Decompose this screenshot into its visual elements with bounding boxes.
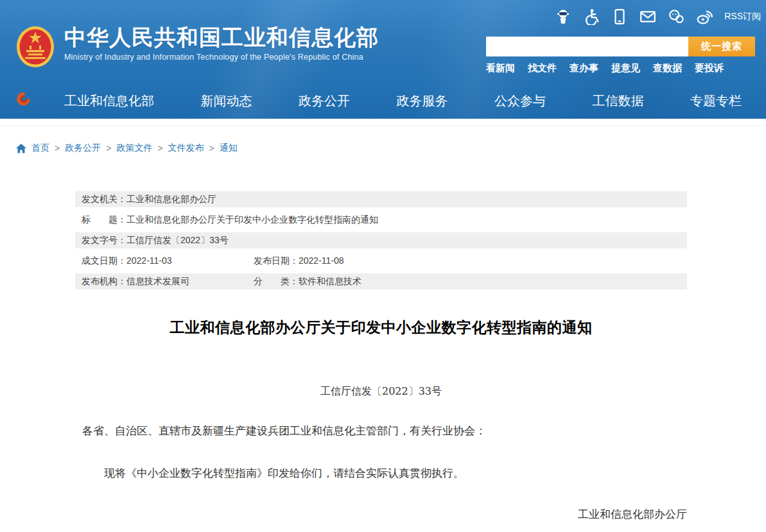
meta-value: 工信厅信发〔2022〕33号 xyxy=(126,232,229,248)
meta-value: 2022-11-08 xyxy=(299,253,344,269)
search-input[interactable] xyxy=(486,37,688,56)
quick-links: 看新闻 找文件 查办事 提意见 查数据 要投诉 xyxy=(486,62,755,74)
mail-icon[interactable] xyxy=(640,8,656,25)
breadcrumb-separator: > xyxy=(209,143,214,153)
breadcrumb-gov-open[interactable]: 政务公开 xyxy=(65,142,101,154)
meta-row-issuing-org: 发文机关： 工业和信息化部办公厅 xyxy=(75,191,687,207)
signature-org: 工业和信息化部办公厅 xyxy=(75,507,687,522)
rss-subscribe-link[interactable]: RSS订阅 xyxy=(724,11,761,22)
mascot-icon[interactable] xyxy=(555,8,571,25)
topbar: RSS订阅 xyxy=(555,8,761,25)
national-emblem-icon xyxy=(16,26,55,68)
nav-item-participation[interactable]: 公众参与 xyxy=(494,92,546,110)
document-number: 工信厅信发〔2022〕33号 xyxy=(75,385,687,399)
document-meta-table: 发文机关： 工业和信息化部办公厅 标 题： 工业和信息化部办公厅关于印发中小企业… xyxy=(75,191,687,289)
meta-pair: 发布日期： 2022-11-08 xyxy=(254,253,344,269)
unified-search-button[interactable]: 统一搜索 xyxy=(688,37,755,56)
brand-home-link[interactable]: 中华人民共和国工业和信息化部 Ministry of Industry and … xyxy=(16,26,379,68)
main-nav: 工业和信息化部 新闻动态 政务公开 政务服务 公众参与 工信数据 专题专栏 xyxy=(0,83,766,119)
divider xyxy=(0,125,766,126)
search-area: 统一搜索 看新闻 找文件 查办事 提意见 查数据 要投诉 xyxy=(486,37,755,74)
nav-item-ministry[interactable]: 工业和信息化部 xyxy=(64,92,154,110)
breadcrumb-file-release[interactable]: 文件发布 xyxy=(168,142,204,154)
quick-link-services[interactable]: 查办事 xyxy=(570,62,598,74)
breadcrumb-home[interactable]: 首页 xyxy=(31,142,49,154)
nav-items: 工业和信息化部 新闻动态 政务公开 政务服务 公众参与 工信数据 专题专栏 xyxy=(64,83,742,119)
breadcrumb: 首页 > 政务公开 > 政策文件 > 文件发布 > 通知 xyxy=(16,142,766,154)
meta-value: 2022-11-03 xyxy=(126,253,172,269)
meta-pair: 分 类： 软件和信息技术 xyxy=(254,273,361,289)
meta-row-doc-number: 发文字号： 工信厅信发〔2022〕33号 xyxy=(75,232,687,248)
nav-item-miit-data[interactable]: 工信数据 xyxy=(593,92,644,110)
quick-link-files[interactable]: 找文件 xyxy=(528,62,557,74)
quick-link-news[interactable]: 看新闻 xyxy=(486,62,515,74)
meta-row-title: 标 题： 工业和信息化部办公厅关于印发中小企业数字化转型指南的通知 xyxy=(75,212,687,228)
breadcrumb-notice[interactable]: 通知 xyxy=(220,142,238,154)
quick-link-suggest[interactable]: 提意见 xyxy=(611,62,640,74)
meta-pair: 发布机构： 信息技术发展司 xyxy=(82,273,254,289)
quick-link-complaint[interactable]: 要投诉 xyxy=(695,62,724,74)
meta-label: 成文日期： xyxy=(82,253,126,269)
nav-item-special-topics[interactable]: 专题专栏 xyxy=(690,92,742,110)
quick-link-data[interactable]: 查数据 xyxy=(653,62,682,74)
brand-text: 中华人民共和国工业和信息化部 Ministry of Industry and … xyxy=(64,26,379,62)
document-title: 工业和信息化部办公厅关于印发中小企业数字化转型指南的通知 xyxy=(75,318,687,338)
mobile-icon[interactable] xyxy=(611,8,628,25)
nav-item-gov-service[interactable]: 政务服务 xyxy=(397,92,448,110)
meta-label: 发布机构： xyxy=(82,273,126,289)
document-content: 发文机关： 工业和信息化部办公厅 标 题： 工业和信息化部办公厅关于印发中小企业… xyxy=(75,191,687,532)
meta-label: 发布日期： xyxy=(254,253,299,269)
meta-row-dates: 成文日期： 2022-11-03 发布日期： 2022-11-08 xyxy=(75,253,687,269)
site-subtitle: Ministry of Industry and Information Tec… xyxy=(64,53,379,62)
signature-block: 工业和信息化部办公厅 2022年11月3日 xyxy=(75,507,687,532)
meta-label: 发文机关： xyxy=(82,191,126,207)
accessibility-icon[interactable] xyxy=(583,8,600,25)
breadcrumb-separator: > xyxy=(106,143,111,153)
header-banner: RSS订阅 中华人民共和国工业和信息化部 Ministry of Industr… xyxy=(0,0,766,119)
meta-label: 发文字号： xyxy=(82,232,126,248)
meta-value: 工业和信息化部办公厅关于印发中小企业数字化转型指南的通知 xyxy=(126,212,378,228)
site-title: 中华人民共和国工业和信息化部 xyxy=(64,26,379,49)
breadcrumb-separator: > xyxy=(157,143,162,153)
breadcrumb-policy-files[interactable]: 政策文件 xyxy=(116,142,152,154)
meta-label: 标 题： xyxy=(82,212,126,228)
weibo-icon[interactable] xyxy=(696,8,713,25)
document-paragraph: 现将《中小企业数字化转型指南》印发给你们，请结合实际认真贯彻执行。 xyxy=(75,466,687,480)
document-paragraph: 各省、自治区、直辖市及新疆生产建设兵团工业和信息化主管部门，有关行业协会： xyxy=(75,424,687,438)
meta-row-publisher-category: 发布机构： 信息技术发展司 分 类： 软件和信息技术 xyxy=(75,273,687,289)
nav-item-gov-open[interactable]: 政务公开 xyxy=(299,92,350,110)
meta-value: 信息技术发展司 xyxy=(126,273,189,289)
nav-item-news[interactable]: 新闻动态 xyxy=(201,92,252,110)
meta-value: 工业和信息化部办公厅 xyxy=(126,191,216,207)
spiral-e-logo-icon[interactable] xyxy=(14,90,33,110)
meta-label: 分 类： xyxy=(254,273,299,289)
home-icon xyxy=(16,144,26,153)
wechat-icon[interactable] xyxy=(668,8,684,25)
meta-value: 软件和信息技术 xyxy=(299,273,361,289)
breadcrumb-separator: > xyxy=(55,143,60,153)
meta-pair: 成文日期： 2022-11-03 xyxy=(82,253,254,269)
